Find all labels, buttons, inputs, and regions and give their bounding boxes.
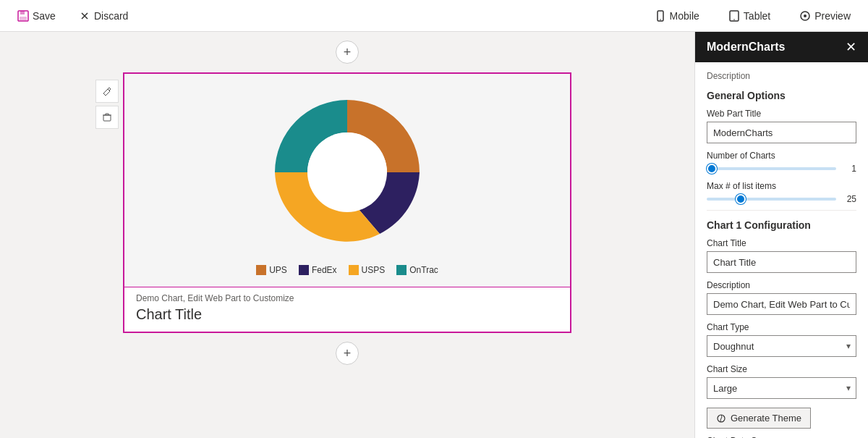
chart-title-label: Chart Title: [707, 238, 856, 248]
legend-ontrac-dot: [396, 265, 407, 275]
save-icon: [17, 10, 29, 22]
legend-usps: USPS: [349, 265, 386, 275]
legend-ontrac: OnTrac: [396, 265, 438, 275]
right-panel: ModernCharts ✕ Description General Optio…: [694, 32, 868, 438]
number-of-charts-value: 1: [842, 164, 856, 174]
top-bar-left: Save Discard: [12, 7, 134, 25]
number-of-charts-label: Number of Charts: [707, 151, 856, 161]
svg-rect-2: [20, 17, 27, 20]
chart-title-input[interactable]: [707, 251, 856, 273]
web-part-wrapper: UPS FedEx USPS OnTrac: [123, 72, 571, 333]
chart-footer-desc: Demo Chart, Edit Web Part to Customize: [136, 293, 558, 303]
panel-close-button[interactable]: ✕: [846, 41, 856, 54]
pencil-icon: [102, 86, 112, 96]
tablet-button[interactable]: Tablet: [723, 7, 776, 25]
generate-theme-label: Generate Theme: [731, 413, 801, 424]
panel-description-label: Description: [707, 71, 856, 81]
chart1-config-title: Chart 1 Configuration: [707, 219, 856, 231]
chart-container: UPS FedEx USPS OnTrac: [124, 74, 570, 287]
svg-point-11: [307, 132, 387, 212]
web-part-title-label: Web Part Title: [707, 109, 856, 119]
edit-webpart-button[interactable]: [95, 80, 119, 103]
save-button[interactable]: Save: [12, 7, 61, 25]
svg-point-6: [733, 19, 735, 20]
top-bar: Save Discard Mobile Tablet: [0, 0, 868, 32]
chart-footer: Demo Chart, Edit Web Part to Customize C…: [124, 287, 570, 332]
discard-icon: [79, 10, 90, 22]
max-list-items-label: Max # of list items: [707, 181, 856, 191]
discard-button[interactable]: Discard: [73, 7, 134, 25]
main-layout: +: [0, 32, 868, 438]
generate-theme-button[interactable]: Generate Theme: [707, 408, 811, 429]
chart-footer-title: Chart Title: [136, 306, 558, 323]
chart-type-select[interactable]: Doughnut Bar Line Pie: [707, 335, 856, 357]
chart-desc-label: Description: [707, 280, 856, 290]
legend-fedex-dot: [299, 265, 309, 275]
svg-rect-9: [103, 115, 111, 121]
chart-size-wrapper: Small Medium Large: [707, 377, 856, 399]
max-list-items-value: 25: [842, 194, 856, 204]
chart-size-select[interactable]: Small Medium Large: [707, 377, 856, 399]
mobile-button[interactable]: Mobile: [649, 7, 705, 25]
mobile-icon: [655, 10, 666, 22]
top-bar-right: Mobile Tablet Preview: [649, 7, 856, 25]
svg-point-8: [804, 14, 807, 17]
svg-point-4: [660, 19, 661, 20]
chart-legend: UPS FedEx USPS OnTrac: [256, 265, 438, 275]
panel-header: ModernCharts ✕: [695, 32, 868, 62]
svg-rect-1: [20, 11, 25, 14]
chart-type-wrapper: Doughnut Bar Line Pie: [707, 335, 856, 357]
canvas-area: +: [0, 32, 694, 438]
max-list-items-slider[interactable]: [707, 198, 836, 201]
max-list-items-row: 25: [707, 194, 856, 204]
legend-ups: UPS: [256, 265, 287, 275]
donut-chart: [246, 85, 448, 259]
add-section-top-button[interactable]: +: [336, 41, 359, 64]
preview-button[interactable]: Preview: [793, 7, 856, 25]
chart-svg-area: UPS FedEx USPS OnTrac: [136, 85, 558, 275]
panel-title: ModernCharts: [707, 41, 785, 54]
web-part-title-input[interactable]: [707, 122, 856, 143]
panel-body: Description General Options Web Part Tit…: [695, 62, 868, 438]
chart-type-label: Chart Type: [707, 322, 856, 332]
number-of-charts-slider[interactable]: [707, 167, 836, 170]
number-of-charts-row: 1: [707, 164, 856, 174]
general-options-title: General Options: [707, 90, 856, 101]
section-divider: [707, 210, 856, 211]
preview-icon: [799, 10, 811, 22]
add-section-bottom-button[interactable]: +: [336, 342, 359, 365]
legend-ups-dot: [256, 265, 266, 275]
theme-icon: [716, 413, 726, 424]
legend-usps-dot: [349, 265, 359, 275]
chart-size-label: Chart Size: [707, 364, 856, 374]
legend-fedex: FedEx: [299, 265, 337, 275]
web-part-toolbar: [95, 80, 119, 129]
delete-webpart-button[interactable]: [95, 106, 119, 129]
tablet-icon: [728, 10, 740, 22]
chart-desc-input[interactable]: [707, 293, 856, 315]
trash-icon: [102, 112, 112, 122]
